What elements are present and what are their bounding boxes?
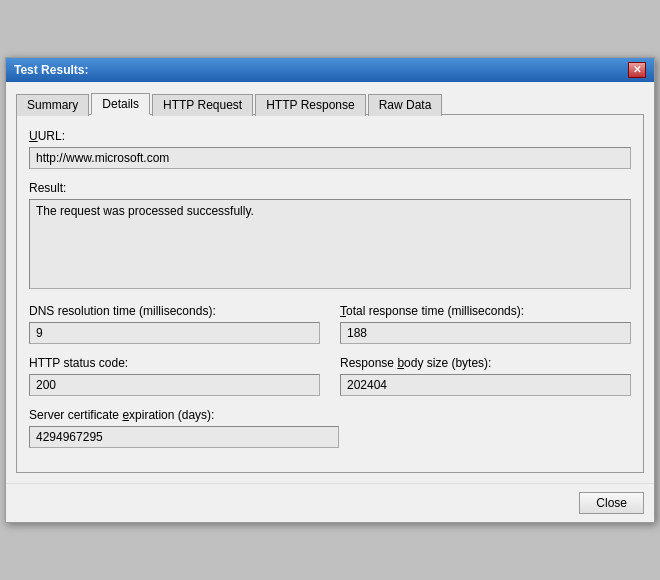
http-status-label: HTTP status code:: [29, 356, 320, 370]
window-title: Test Results:: [14, 63, 88, 77]
row-dns-total: DNS resolution time (milliseconds): Tota…: [29, 304, 631, 356]
result-field-group: Result: The request was processed succes…: [29, 181, 631, 292]
dns-field-group: DNS resolution time (milliseconds):: [29, 304, 320, 344]
url-label: UURL:: [29, 129, 631, 143]
footer: Close: [6, 483, 654, 522]
test-results-window: Test Results: ✕ Summary Details HTTP Req…: [5, 57, 655, 523]
cert-field-group: Server certificate expiration (days):: [29, 408, 339, 448]
cert-input[interactable]: [29, 426, 339, 448]
tab-http-response[interactable]: HTTP Response: [255, 94, 365, 116]
response-body-input[interactable]: [340, 374, 631, 396]
tab-details[interactable]: Details: [91, 93, 150, 115]
window-body: Summary Details HTTP Request HTTP Respon…: [6, 82, 654, 483]
http-status-field-group: HTTP status code:: [29, 356, 320, 396]
tab-raw-data[interactable]: Raw Data: [368, 94, 443, 116]
dns-label: DNS resolution time (milliseconds):: [29, 304, 320, 318]
close-button[interactable]: Close: [579, 492, 644, 514]
response-body-label: Response body size (bytes):: [340, 356, 631, 370]
row-http-body: HTTP status code: Response body size (by…: [29, 356, 631, 408]
title-bar-controls: ✕: [628, 62, 646, 78]
tab-http-request[interactable]: HTTP Request: [152, 94, 253, 116]
http-status-input[interactable]: [29, 374, 320, 396]
result-textarea[interactable]: The request was processed successfully.: [29, 199, 631, 289]
tab-bar: Summary Details HTTP Request HTTP Respon…: [16, 92, 644, 115]
total-response-input[interactable]: [340, 322, 631, 344]
total-response-field-group: Total response time (milliseconds):: [340, 304, 631, 344]
tab-summary[interactable]: Summary: [16, 94, 89, 116]
title-bar: Test Results: ✕: [6, 58, 654, 82]
cert-label: Server certificate expiration (days):: [29, 408, 339, 422]
url-input[interactable]: [29, 147, 631, 169]
content-panel: UURL: Result: The request was processed …: [16, 115, 644, 473]
dns-input[interactable]: [29, 322, 320, 344]
result-label: Result:: [29, 181, 631, 195]
url-field-group: UURL:: [29, 129, 631, 169]
close-title-button[interactable]: ✕: [628, 62, 646, 78]
total-response-label: Total response time (milliseconds):: [340, 304, 631, 318]
response-body-field-group: Response body size (bytes):: [340, 356, 631, 396]
